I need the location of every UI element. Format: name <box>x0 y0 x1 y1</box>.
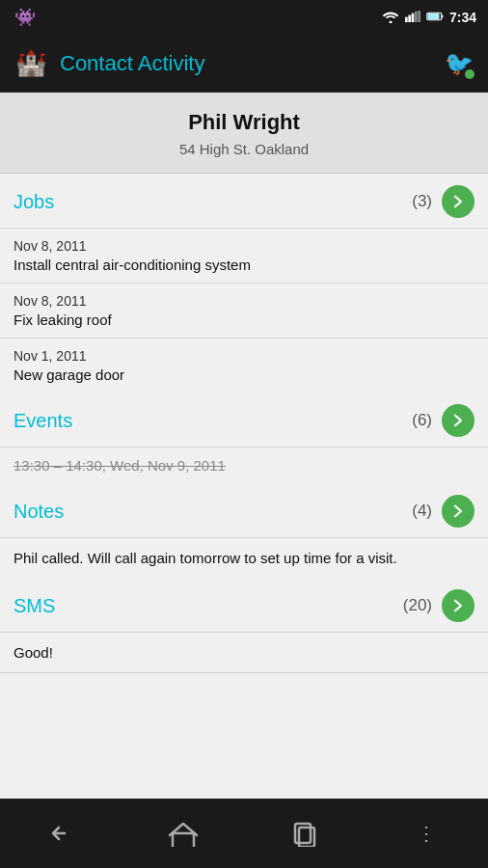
jobs-section-header: Jobs (3) <box>0 174 488 228</box>
notification-button[interactable]: 🐦 <box>442 46 476 81</box>
more-button[interactable]: ⋮ <box>398 809 456 857</box>
sms-title: SMS <box>14 595 55 617</box>
wifi-icon <box>382 10 399 26</box>
jobs-navigate-button[interactable] <box>442 185 474 218</box>
app-title: Contact Activity <box>60 51 442 76</box>
sms-navigate-button[interactable] <box>442 589 474 622</box>
notification-dot <box>465 69 474 79</box>
sms-section-right: (20) <box>403 589 474 622</box>
contact-address: 54 High St. Oakland <box>12 141 476 157</box>
job-2-text: Fix leaking roof <box>14 312 474 328</box>
jobs-title: Jobs <box>14 191 54 213</box>
svg-rect-1 <box>405 16 408 21</box>
events-section-header: Events (6) <box>0 393 488 447</box>
svg-rect-4 <box>415 11 418 21</box>
svg-rect-3 <box>412 13 415 21</box>
jobs-section-right: (3) <box>412 185 474 218</box>
svg-rect-2 <box>408 14 411 21</box>
svg-rect-7 <box>442 15 444 18</box>
svg-rect-8 <box>427 14 439 19</box>
contact-header: Phil Wright 54 High St. Oakland <box>0 93 488 174</box>
time-display: 7:34 <box>449 10 476 25</box>
events-navigate-button[interactable] <box>442 404 474 437</box>
job-1-text: Install central air-conditioning system <box>14 257 474 273</box>
android-icon: 👾 <box>12 4 39 31</box>
job-item-2: Nov 8, 2011 Fix leaking roof <box>0 283 488 338</box>
events-title: Events <box>14 410 72 432</box>
bottom-divider <box>0 672 488 673</box>
svg-point-0 <box>389 20 392 23</box>
status-bar: 👾 7:34 <box>0 0 488 35</box>
notes-count: (4) <box>412 502 432 521</box>
events-count: (6) <box>412 411 432 430</box>
job-item-1: Nov 8, 2011 Install central air-conditio… <box>0 228 488 283</box>
notes-section-right: (4) <box>412 495 474 528</box>
battery-icon <box>426 10 444 25</box>
notes-title: Notes <box>14 501 64 523</box>
notes-section-header: Notes (4) <box>0 483 488 537</box>
status-bar-right: 7:34 <box>382 10 476 26</box>
job-item-3: Nov 1, 2011 New garage door <box>0 338 488 393</box>
note-1-text: Phil called. Will call again tomorrow to… <box>14 548 474 568</box>
contact-name: Phil Wright <box>12 110 476 135</box>
svg-rect-5 <box>418 11 420 22</box>
recents-button[interactable] <box>276 809 334 857</box>
app-logo: 🏰 <box>12 44 50 83</box>
job-1-date: Nov 8, 2011 <box>14 238 474 254</box>
sms-count: (20) <box>403 596 432 615</box>
event-item-1: 13:30 – 14:30, Wed, Nov 9, 2011 <box>0 447 488 483</box>
events-section-right: (6) <box>412 404 474 437</box>
bottom-navigation: ⋮ <box>0 799 488 868</box>
home-button[interactable] <box>154 809 212 857</box>
jobs-count: (3) <box>412 192 432 211</box>
event-1-text: 13:30 – 14:30, Wed, Nov 9, 2011 <box>14 457 474 474</box>
job-3-date: Nov 1, 2011 <box>14 348 474 364</box>
back-button[interactable] <box>32 809 90 857</box>
sms-section-header: SMS (20) <box>0 578 488 632</box>
signal-icon <box>405 10 420 26</box>
castle-icon: 🏰 <box>15 48 46 78</box>
note-item-1: Phil called. Will call again tomorrow to… <box>0 537 488 578</box>
status-bar-left: 👾 <box>12 4 39 31</box>
sms-item-1: Good! <box>0 632 488 672</box>
sms-1-text: Good! <box>14 642 474 663</box>
job-3-text: New garage door <box>14 366 474 383</box>
more-icon: ⋮ <box>417 822 438 845</box>
notes-navigate-button[interactable] <box>442 495 474 528</box>
main-content: Jobs (3) Nov 8, 2011 Install central air… <box>0 174 488 799</box>
top-app-bar: 🏰 Contact Activity 🐦 <box>0 35 488 93</box>
job-2-date: Nov 8, 2011 <box>14 293 474 309</box>
